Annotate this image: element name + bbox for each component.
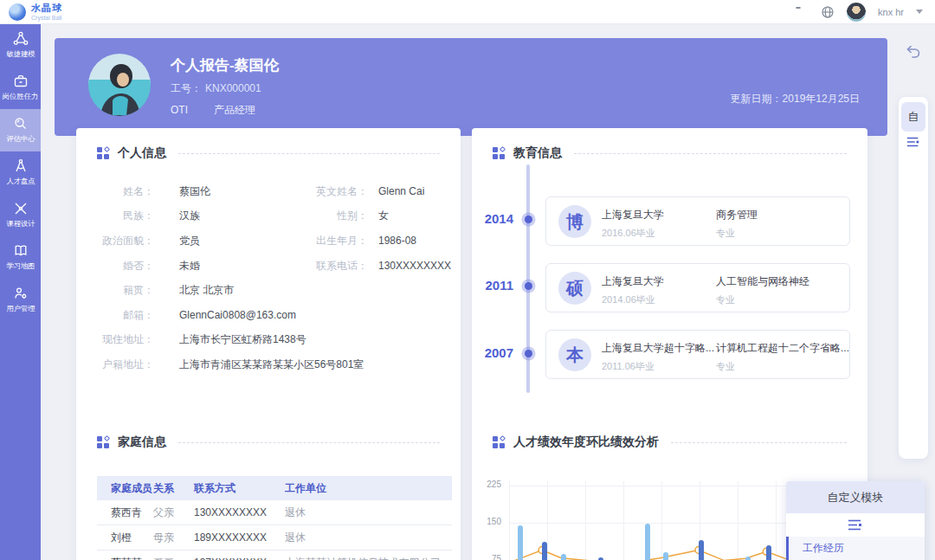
dashed-divider	[178, 153, 440, 154]
module-list-toggle[interactable]	[786, 513, 925, 537]
education-header: 教育信息	[493, 143, 847, 164]
info-row: 籍贯： 北京 北京市	[97, 278, 447, 303]
timeline-dot	[525, 350, 532, 357]
school-name: 上海复旦大学	[602, 209, 664, 221]
sidebar-item-agile-modeling[interactable]: 敏捷建模	[0, 24, 41, 67]
chart-bar	[645, 524, 650, 560]
performance-title: 人才绩效年度环比绩效分析	[513, 434, 659, 450]
education-title: 教育信息	[513, 145, 562, 161]
field-label: 婚否：	[97, 259, 154, 274]
personal-info-rows: 姓名： 蔡国伦 英文姓名： Glenn Cai 民族： 汉族 性别： 女 政治面…	[97, 179, 447, 377]
globe-language-icon[interactable]	[821, 5, 835, 19]
chart-bar	[699, 540, 704, 560]
update-date: 更新日期：2019年12月25日	[731, 92, 860, 106]
sidebar-item-course-design[interactable]: 课程设计	[0, 194, 41, 236]
user-name[interactable]: knx hr	[878, 7, 904, 17]
book-icon	[13, 243, 29, 258]
sidebar-item-talent-review[interactable]: 人才盘点	[0, 151, 41, 194]
position-name: 产品经理	[214, 104, 255, 116]
compass-icon	[13, 158, 29, 173]
cell-member: 刘橙	[97, 531, 153, 545]
logo-title: 水晶球	[31, 3, 62, 13]
cell-workunit: 退休	[285, 505, 452, 520]
education-item[interactable]: 博 上海复旦大学2016.06毕业 商务管理专业	[545, 196, 850, 246]
field-label: 联系电话：	[292, 259, 368, 274]
sidebar-item-label: 课程设计	[6, 219, 35, 229]
sidebar-item-position-competency[interactable]: 岗位胜任力	[0, 67, 41, 109]
personal-info-title: 个人信息	[118, 145, 166, 161]
undo-icon[interactable]	[905, 43, 922, 61]
sidebar-item-assessment-center[interactable]: 评估中心	[0, 109, 41, 151]
field-label: 现住地址：	[97, 332, 154, 347]
timeline-year: 2011	[479, 278, 513, 293]
user-settings-icon	[13, 286, 29, 300]
field-label: 姓名：	[97, 184, 154, 199]
info-row: 婚否： 未婚 联系电话： 130XXXXXXXX	[97, 254, 447, 279]
education-item[interactable]: 硕 上海复旦大学2014.06毕业 人工智能与网络神经专业	[545, 263, 850, 312]
sidebar-item-user-management[interactable]: 用户管理	[0, 279, 41, 321]
cell-contact: 189XXXXXXXX	[194, 531, 285, 544]
table-row: 蔡某某 哥哥 137XXXXXXXX 上海某某计算机信息技术有限公司	[97, 550, 452, 560]
top-navbar: 水晶球 Crystal Ball knx hr	[0, 0, 935, 24]
education-item[interactable]: 本 上海复旦大学超十字略...2011.06毕业 计算机工程超十二个字省略...…	[545, 330, 850, 379]
column-header: 关系	[153, 481, 194, 496]
timeline-line	[526, 164, 530, 393]
field-value: 上海市长宁区虹桥路1438号	[179, 332, 306, 347]
chevron-down-icon[interactable]	[916, 10, 923, 14]
update-date-label: 更新日期：	[731, 93, 783, 105]
info-row: 户籍地址： 上海市青浦区某某路某某小区56号801室	[97, 352, 447, 377]
graduation-date: 2016.06毕业	[602, 227, 711, 240]
family-table: 家庭成员 关系 联系方式 工作单位 蔡西青 父亲 130XXXXXXXX 退休 …	[97, 476, 452, 560]
org-position-line: OTI产品经理	[171, 103, 255, 118]
work-experience-item[interactable]: 工作经历	[786, 537, 925, 560]
major-suffix: 专业	[716, 293, 844, 306]
degree-badge: 硕	[558, 272, 591, 305]
school-name: 上海复旦大学超十字略...	[602, 342, 714, 354]
field-value: 上海市青浦区某某路某某小区56号801室	[179, 357, 364, 372]
column-header: 工作单位	[285, 481, 452, 496]
major-name: 计算机工程超十二个字省略...	[716, 342, 849, 354]
cell-relation: 父亲	[153, 505, 194, 520]
custom-module-panel: 自定义模块 工作经历	[786, 481, 925, 560]
left-sidebar: 敏捷建模 岗位胜任力 评估中心 人才盘点 课程设计 学习地图 用户管理	[0, 24, 41, 560]
employee-no-value: KNX000001	[205, 82, 261, 94]
info-row: 政治面貌： 党员 出生年月： 1986-08	[97, 229, 447, 254]
app-logo: 水晶球 Crystal Ball	[9, 3, 62, 21]
nodes-icon	[13, 31, 29, 46]
field-value: 汉族	[179, 209, 292, 223]
field-label: 出生年月：	[292, 234, 368, 248]
cell-workunit: 上海某某计算机信息技术有限公司	[285, 556, 452, 560]
field-value: GlennCai0808@163.com	[179, 309, 296, 321]
degree-badge: 博	[558, 205, 591, 238]
degree-badge: 本	[558, 338, 591, 371]
chart-bar	[542, 542, 547, 560]
section-squares-icon	[97, 147, 110, 160]
timeline-year: 2014	[479, 211, 513, 226]
field-label: 籍贯：	[97, 283, 154, 298]
user-avatar[interactable]	[847, 3, 866, 22]
rail-tab-custom[interactable]: 自	[901, 102, 925, 132]
y-axis-tick: 150	[479, 517, 501, 527]
rail-tab-list[interactable]	[899, 137, 928, 147]
field-value: 女	[378, 209, 389, 223]
school-name: 上海复旦大学	[602, 275, 664, 287]
cell-contact: 137XXXXXXXX	[194, 557, 285, 560]
cell-member: 蔡某某	[97, 556, 153, 560]
family-info-header: 家庭信息	[97, 432, 440, 453]
list-icon	[848, 519, 863, 531]
timeline-dot	[525, 216, 532, 223]
field-value: Glenn Cai	[378, 185, 424, 197]
sidebar-item-label: 人才盘点	[6, 177, 35, 187]
field-value: 北京 北京市	[179, 283, 234, 298]
sidebar-item-learning-map[interactable]: 学习地图	[0, 236, 41, 279]
employee-no-line: 工号：KNX000001	[171, 81, 261, 96]
chart-bar	[561, 554, 566, 560]
apps-grid-icon[interactable]	[795, 5, 809, 19]
crystal-ball-logo-icon	[9, 3, 26, 21]
dashed-divider	[671, 442, 847, 443]
employee-no-label: 工号：	[171, 82, 202, 94]
family-table-header: 家庭成员 关系 联系方式 工作单位	[97, 476, 452, 500]
dashed-divider	[178, 442, 440, 443]
logo-subtitle: Crystal Ball	[31, 15, 62, 21]
employee-photo	[88, 54, 151, 116]
